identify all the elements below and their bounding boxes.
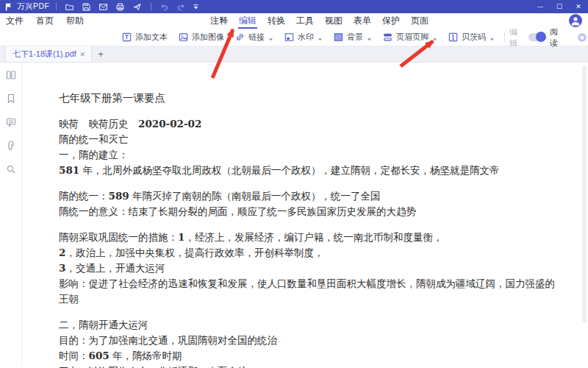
document-line: 2，政治上，加强中央集权，提高行政效率，开创科举制度， (59, 245, 588, 261)
sidebar-panel-thumbnails-icon[interactable] (4, 70, 18, 83)
menubar: 文件首页帮助 注释编辑转换工具视图表单保护页面 (0, 13, 588, 29)
quick-access-icons (62, 1, 145, 13)
toggle-knob (536, 32, 546, 42)
ribbon-tab-编辑[interactable]: 编辑 (238, 13, 257, 29)
ribbon-tab-视图[interactable]: 视图 (324, 13, 343, 29)
menu-left-items: 文件首页帮助 (0, 15, 84, 27)
ribbon-tab-页面[interactable]: 页面 (410, 13, 429, 29)
pdf-editor-window: 万兴PDF — ☐ ✕ 文件首页帮助 注释编辑转换工具视图表单保护页面 添加文本… (0, 0, 588, 368)
caret-down-icon (268, 37, 273, 42)
thumbnails-icon (5, 69, 17, 84)
sidebar-panel-attachments-icon[interactable] (4, 141, 18, 154)
caret-down-icon (318, 37, 323, 42)
undo-icon[interactable] (157, 1, 172, 13)
document-line: 隋的统一和灭亡 (59, 132, 588, 147)
toolbar-button-label: 添加文本 (135, 32, 168, 43)
ribbon-tab-注释[interactable]: 注释 (209, 13, 229, 29)
window-controls: — ☐ ✕ (531, 0, 588, 13)
vertical-scrollbar[interactable] (582, 66, 587, 323)
read-mode-label: 阅读 (550, 26, 564, 49)
document-line: 目的：为了加强南北交通，巩固隋朝对全国的统治 (59, 333, 588, 348)
document-line: 七年级下册第一课要点 (59, 91, 588, 106)
document-line: 隋的统一：589 年隋灭掉了南朝的陈（南朝最后一个政权），统一了全国 (59, 188, 588, 204)
document-line: 一，隋的建立： (59, 147, 588, 163)
titlebar-divider (151, 3, 151, 10)
user-avatar[interactable] (569, 14, 582, 27)
history-icons (157, 1, 189, 13)
redo-icon[interactable] (174, 1, 189, 13)
toolbar-button-label: 水印 (298, 32, 314, 43)
toolbar-button-label: 贝茨码 (462, 32, 486, 43)
tabbar-spacer (0, 46, 5, 62)
sidebar-panel-comments-icon[interactable] (4, 117, 18, 130)
email-icon[interactable] (96, 1, 111, 13)
attachments-icon (5, 140, 17, 155)
pdf-page[interactable]: 七年级下册第一课要点 映荷 映荷历史 2020-02-02隋的统一和灭亡一，隋的… (22, 63, 588, 367)
edit-read-toggle[interactable] (528, 33, 545, 41)
toolbar-button-页眉页脚[interactable]: 页眉页脚 (377, 30, 442, 44)
toolbar-button-水印[interactable]: 水印 (279, 30, 328, 44)
toolbar-arrow-icon[interactable] (189, 1, 204, 13)
background-icon (333, 32, 344, 43)
app-title: 万兴PDF (17, 1, 50, 12)
add-image-icon (178, 32, 189, 43)
open-folder-icon[interactable] (62, 1, 77, 13)
bates-icon (448, 32, 459, 43)
save-icon[interactable] (79, 1, 94, 13)
toolbar-button-label: 链接 (248, 32, 265, 43)
toolbar-buttons: 添加文本添加图像链接水印背景页眉页脚贝茨码 (116, 30, 500, 44)
settings-gear-icon[interactable] (576, 32, 588, 43)
document-line: 二，隋朝开通大运河 (59, 317, 588, 333)
document-line: 三点：以洛阳为中心，北抵涿郡，南至余杭 (59, 364, 588, 368)
share-icon[interactable] (130, 1, 145, 13)
close-button[interactable]: ✕ (569, 0, 588, 13)
toolbar-button-label: 页眉页脚 (396, 32, 429, 43)
app-logo-icon (4, 2, 13, 12)
print-icon[interactable] (113, 1, 128, 13)
document-line: 王朝 (59, 291, 588, 307)
titlebar-divider (56, 3, 57, 10)
caret-down-icon (432, 37, 437, 42)
toolbar-button-label: 背景 (347, 32, 363, 43)
toolbar-button-label: 添加图像 (192, 32, 224, 43)
search-icon (5, 163, 17, 178)
menu-item-首页[interactable]: 首页 (36, 15, 54, 27)
navigation-sidebar (0, 63, 22, 367)
maximize-button[interactable]: ☐ (550, 0, 569, 13)
ribbon-tab-表单[interactable]: 表单 (353, 13, 372, 29)
document-line (59, 219, 588, 230)
titlebar: 万兴PDF — ☐ ✕ (0, 0, 588, 13)
menu-item-帮助[interactable]: 帮助 (66, 15, 84, 27)
document-line (59, 307, 588, 317)
toolbar-divider (504, 32, 505, 42)
document-line: 隋统一的意义：结束了长期分裂的局面，顺应了统一多民族国家历史发展的大趋势 (59, 204, 588, 219)
edit-toolbar: 添加文本添加图像链接水印背景页眉页脚贝茨码 编辑 阅读 (0, 29, 588, 46)
caret-down-icon (367, 37, 372, 42)
link-icon (234, 32, 245, 43)
close-tab-icon[interactable]: ✕ (78, 51, 87, 58)
new-tab-button[interactable]: + (92, 46, 110, 62)
document-tab[interactable]: 七下1-18课(1).pdf * ✕ (5, 46, 92, 62)
add-text-icon (121, 32, 132, 43)
document-line: 581 年，北周外戚杨坚夺取北周政权（北朝最后一个政权），建立隋朝，定都长安，杨… (59, 163, 588, 178)
toolbar-button-背景[interactable]: 背景 (328, 30, 377, 44)
menu-item-文件[interactable]: 文件 (6, 15, 24, 27)
toolbar-button-添加文本[interactable]: 添加文本 (116, 30, 173, 44)
caret-down-icon (490, 37, 495, 42)
document-tab-title: 七下1-18课(1).pdf * (12, 49, 78, 60)
toolbar-button-链接[interactable]: 链接 (229, 30, 279, 44)
document-line (59, 106, 588, 116)
minimize-button[interactable]: — (531, 0, 550, 13)
ribbon-tab-保护[interactable]: 保护 (381, 13, 401, 29)
document-line: 时间：605 年，隋炀帝时期 (59, 348, 588, 364)
ribbon-tab-转换[interactable]: 转换 (267, 13, 286, 29)
document-line: 3，交通上，开通大运河 (59, 261, 588, 276)
sidebar-panel-search-icon[interactable] (4, 164, 18, 177)
ribbon-tab-工具[interactable]: 工具 (295, 13, 315, 29)
toolbar-button-添加图像[interactable]: 添加图像 (173, 30, 229, 44)
ribbon-tabs: 注释编辑转换工具视图表单保护页面 (209, 13, 429, 29)
toolbar-button-贝茨码[interactable]: 贝茨码 (442, 30, 500, 44)
sidebar-panel-bookmarks-icon[interactable] (4, 93, 18, 107)
document-line (59, 178, 588, 188)
document-area: 七年级下册第一课要点 映荷 映荷历史 2020-02-02隋的统一和灭亡一，隋的… (22, 63, 588, 367)
